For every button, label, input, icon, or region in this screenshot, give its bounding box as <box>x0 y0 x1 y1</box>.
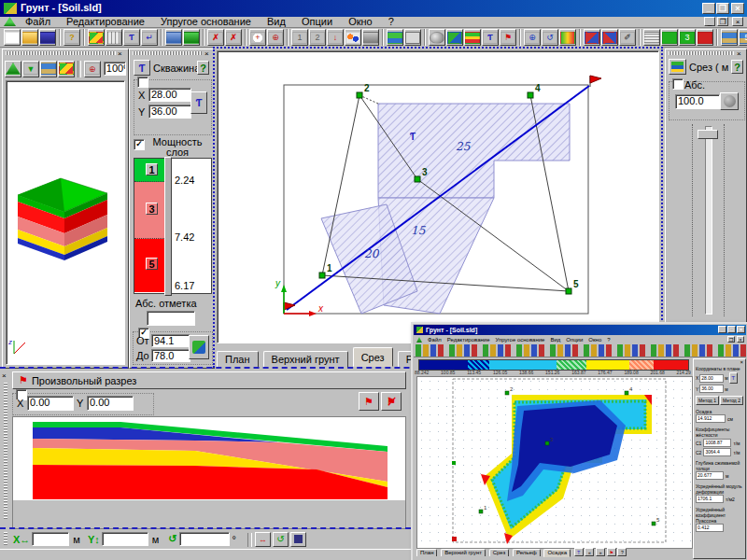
menu-view[interactable]: Вид <box>261 15 292 28</box>
link2-button[interactable] <box>601 29 618 46</box>
save-file-button[interactable] <box>39 29 56 46</box>
mesh-button[interactable] <box>643 29 660 46</box>
settlement-map-canvas[interactable]: 12345 <box>416 376 693 549</box>
overlay-child-close-button[interactable]: × <box>737 336 744 343</box>
section-canvas[interactable] <box>12 416 406 529</box>
c1-field[interactable]: 1008.87 <box>703 439 731 447</box>
slice-abs-checkbox[interactable] <box>672 78 684 90</box>
apply-move-button[interactable]: ↔ <box>255 532 271 547</box>
section-y-field[interactable]: 0.00 <box>87 396 134 411</box>
menu-options[interactable]: Опции <box>295 15 339 28</box>
panel-close-button[interactable]: × <box>204 49 209 58</box>
cell-green-button[interactable] <box>661 29 678 46</box>
method1-button[interactable]: Метод 1 <box>696 396 719 405</box>
panel-drag-handle[interactable] <box>4 383 7 519</box>
add-flag-button[interactable]: ⚑ <box>359 392 379 411</box>
borehole-tool-button[interactable]: Ƭ <box>134 60 150 76</box>
slope-view-button[interactable]: ▼ <box>22 61 39 77</box>
rotate-angle-field[interactable] <box>179 532 230 546</box>
overlay-child-restore-button[interactable]: ❐ <box>727 336 735 343</box>
target-rotate-button[interactable]: ↺ <box>542 29 558 46</box>
sphere-button[interactable] <box>429 29 445 46</box>
borehole-y-field[interactable]: 36.00 <box>148 105 191 119</box>
to-field[interactable]: 78.0 <box>151 349 190 362</box>
cell-red-button[interactable] <box>697 29 713 46</box>
move-x-field[interactable] <box>32 532 69 546</box>
child-restore-button[interactable]: ❐ <box>717 17 728 26</box>
menu-window[interactable]: Окно <box>342 15 379 28</box>
overlay-menu-help[interactable]: ? <box>607 337 610 343</box>
overlay-x-field[interactable]: 28.00 <box>699 374 724 383</box>
tab-plan[interactable]: План <box>217 351 259 368</box>
slice-value-field[interactable]: 100.0 <box>675 94 720 109</box>
survey-point-5[interactable] <box>566 288 571 294</box>
delete-section-button[interactable]: ✗ <box>225 29 242 46</box>
landscape-button[interactable] <box>387 29 403 46</box>
tab-slice[interactable]: Срез <box>353 347 393 367</box>
slice-help-button[interactable]: ? <box>731 60 743 74</box>
borehole-coords-checkbox[interactable] <box>137 77 148 88</box>
move-y-field[interactable] <box>102 532 148 546</box>
layer-slider[interactable] <box>164 157 172 296</box>
depth-field[interactable]: 20.677 <box>696 471 724 480</box>
view3d-canvas[interactable]: z <box>6 80 125 365</box>
palette-view-button[interactable] <box>58 61 75 77</box>
slice-apply-button[interactable] <box>720 92 739 110</box>
help-button[interactable]: ? <box>63 29 80 46</box>
panel-close-button[interactable]: × <box>118 49 122 58</box>
modulus-field[interactable]: 1706.1 <box>696 495 724 503</box>
document-icon[interactable] <box>4 17 16 26</box>
child-minimize-button[interactable]: _ <box>704 17 715 26</box>
panel-close-button[interactable]: × <box>2 371 7 380</box>
tab-upper-soil[interactable]: Верхний грунт <box>263 351 348 368</box>
overlay-toolbar[interactable] <box>414 344 746 357</box>
soil-map-button[interactable] <box>88 29 105 46</box>
sort-layer1-button[interactable]: 1 <box>291 29 308 46</box>
maximize-button[interactable]: ❐ <box>716 3 729 14</box>
zoom-view-button[interactable]: ⊕ <box>84 61 101 77</box>
menu-edit[interactable]: Редактирование <box>60 15 151 28</box>
relief-view-button[interactable] <box>5 61 21 77</box>
map-point-2[interactable] <box>505 391 509 395</box>
poisson-field[interactable]: 0.412 <box>696 524 724 532</box>
target-move-button[interactable]: ⊕ <box>524 29 541 46</box>
toolbar-drag-handle[interactable] <box>4 532 7 546</box>
plan-canvas[interactable]: y x 25 15 20 Ƭ 12345 <box>217 50 659 343</box>
add-borehole-button[interactable]: Ƭ <box>123 29 140 46</box>
dozer-button[interactable] <box>165 29 182 46</box>
overlay-tab-flag-button[interactable]: ⚑ <box>607 548 616 556</box>
layers-pyramid-button[interactable] <box>464 29 481 46</box>
overlay-menu-file[interactable]: Файл <box>428 337 442 343</box>
overlay-tab-tool2-button[interactable]: « <box>585 548 594 556</box>
overlay-tab-tool1-button[interactable]: Ƭ <box>574 548 584 556</box>
new-file-button[interactable] <box>4 29 21 46</box>
section-tool2-button[interactable]: 5 <box>739 29 747 46</box>
zoom-level-field[interactable]: 100% <box>104 62 126 76</box>
survey-point-4[interactable] <box>528 92 533 98</box>
cell-green-3d-button[interactable]: 3 <box>679 29 696 46</box>
map-point-5[interactable] <box>652 522 655 525</box>
borehole-apply-button[interactable]: Ƭ <box>190 91 207 114</box>
link1-button[interactable] <box>584 29 600 46</box>
surface3d-button[interactable] <box>446 29 463 46</box>
overlay-tab-slice[interactable]: Срез <box>489 549 510 556</box>
relief-button[interactable] <box>183 29 200 46</box>
method2-button[interactable]: Метод 2 <box>720 396 743 405</box>
osadka-field[interactable]: 14.912 <box>696 414 726 423</box>
section-x-field[interactable]: 0.00 <box>27 396 74 411</box>
overlay-tab-help-button[interactable]: ? <box>617 548 627 556</box>
flag-button[interactable]: ⚑ <box>500 29 516 46</box>
overlay-close-button[interactable]: × <box>737 326 745 333</box>
overlay-tab-relief[interactable]: Рельеф <box>513 549 541 556</box>
borehole-x-field[interactable]: 28.00 <box>148 88 191 102</box>
survey-point-2[interactable] <box>357 92 362 98</box>
child-close-button[interactable]: × <box>732 17 743 26</box>
overlay-tab-upper-soil[interactable]: Верхний грунт <box>441 549 486 556</box>
overlay-tab-tool3-button[interactable]: » <box>596 548 605 556</box>
color-points-button[interactable] <box>345 29 361 46</box>
colormap-button[interactable] <box>559 29 576 46</box>
open-file-button[interactable] <box>21 29 38 46</box>
overlay-minimize-button[interactable]: _ <box>718 326 726 333</box>
menu-help[interactable]: ? <box>382 15 401 28</box>
excavator-button[interactable] <box>362 29 379 46</box>
